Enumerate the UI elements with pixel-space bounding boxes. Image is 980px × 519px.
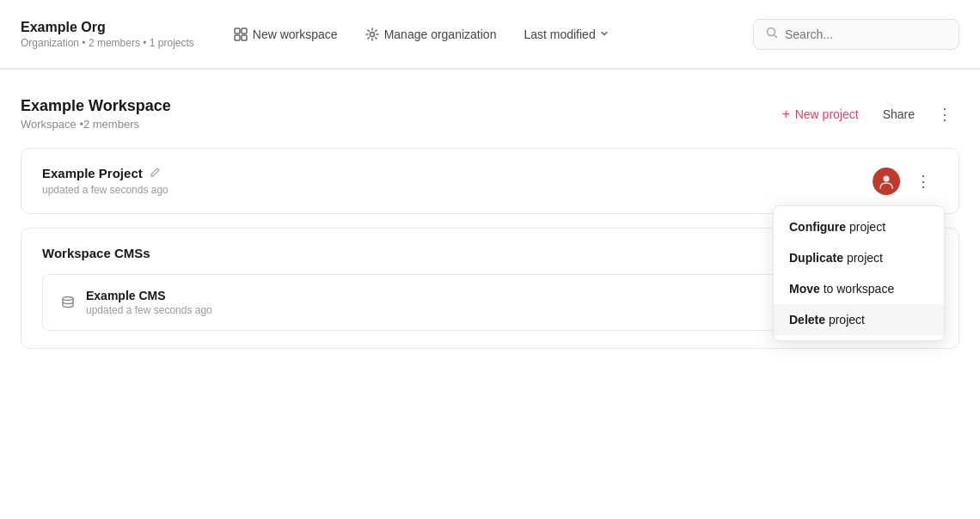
configure-label-rest: project [846,220,885,234]
project-dropdown-menu: Configure project Duplicate project Move… [773,205,945,341]
gear-icon [365,27,379,41]
workspace-more-button[interactable]: ⋮ [930,101,959,127]
new-workspace-button[interactable]: New workspace [222,21,350,48]
new-workspace-label: New workspace [253,27,338,41]
workspace-header: Example Workspace Workspace •2 members +… [21,97,959,131]
move-label-bold: Move [789,282,820,296]
last-modified-label: Last modified [524,27,595,41]
delete-label-bold: Delete [789,313,825,327]
project-info: Example Project updated a few seconds ag… [42,166,168,196]
duplicate-label-bold: Duplicate [789,251,843,265]
database-icon [60,295,76,310]
avatar [873,168,900,195]
search-icon [766,27,778,42]
project-more-icon: ⋮ [916,174,931,189]
plus-icon: + [781,107,789,122]
search-box[interactable] [753,19,959,50]
svg-point-6 [884,175,890,181]
configure-project-item[interactable]: Configure project [774,211,944,242]
delete-project-item[interactable]: Delete project [774,304,944,335]
workspace-meta: Workspace •2 members [21,118,171,131]
cms-item-left: Example CMS updated a few seconds ago [60,289,212,316]
new-project-label: New project [795,107,859,121]
workspace-title: Example Workspace [21,97,171,115]
manage-org-button[interactable]: Manage organization [353,21,509,48]
share-label: Share [883,107,915,121]
org-info: Example Org Organization • 2 members • 1… [21,20,194,49]
project-card-inner: Example Project updated a few seconds ag… [42,166,938,196]
cms-info: Example CMS updated a few seconds ago [86,289,212,316]
last-modified-button[interactable]: Last modified [511,21,621,48]
more-icon: ⋮ [937,107,952,122]
svg-point-7 [63,297,73,301]
svg-rect-0 [235,28,240,34]
workspace-actions: + New project Share ⋮ [773,101,959,127]
edit-icon[interactable] [150,167,161,180]
org-meta: Organization • 2 members • 1 projects [21,37,194,49]
new-project-button[interactable]: + New project [773,101,867,127]
project-card: Example Project updated a few seconds ag… [21,148,959,214]
svg-rect-2 [235,35,240,40]
project-more-button[interactable]: ⋮ [909,168,938,194]
chevron-down-icon [599,27,609,41]
configure-label-bold: Configure [789,220,846,234]
svg-rect-3 [242,35,247,40]
move-label-rest: to workspace [820,282,894,296]
main-content: Example Workspace Workspace •2 members +… [0,70,980,376]
project-right: ⋮ Configure project Duplicate project Mo… [873,168,938,195]
org-name: Example Org [21,20,194,35]
cms-updated: updated a few seconds ago [86,304,212,316]
manage-org-label: Manage organization [384,27,497,41]
delete-label-rest: project [825,313,865,327]
duplicate-label-rest: project [843,251,883,265]
header-actions: New workspace Manage organization Last m… [222,19,959,50]
search-input[interactable] [785,27,946,41]
move-to-workspace-item[interactable]: Move to workspace [774,273,944,304]
share-button[interactable]: Share [874,102,923,126]
project-name-row: Example Project [42,166,168,180]
workspace-info: Example Workspace Workspace •2 members [21,97,171,131]
svg-rect-1 [242,28,247,34]
workspace-icon [234,27,248,41]
duplicate-project-item[interactable]: Duplicate project [774,242,944,273]
project-name: Example Project [42,166,143,180]
header: Example Org Organization • 2 members • 1… [0,0,980,69]
project-updated: updated a few seconds ago [42,184,168,196]
cms-name: Example CMS [86,289,212,302]
svg-point-4 [370,32,374,36]
